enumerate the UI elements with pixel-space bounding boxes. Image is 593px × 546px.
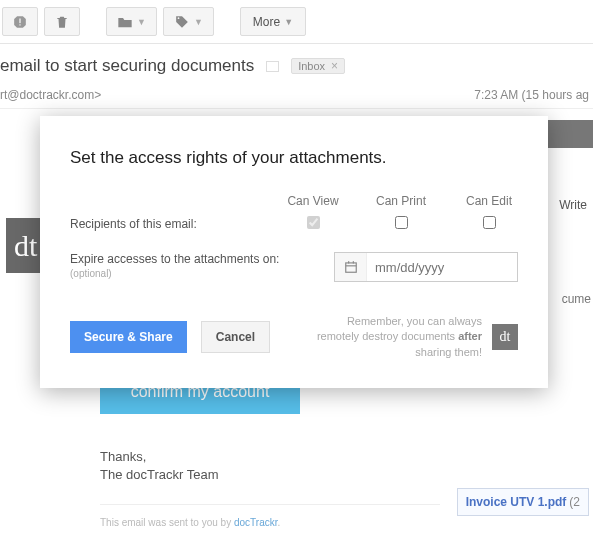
signature: Thanks, The docTrackr Team [100,448,440,484]
importance-icon[interactable] [266,61,279,72]
attachment-rest: (2 [569,495,580,509]
col-edit: Can Edit [460,194,518,208]
caret-down-icon: ▼ [137,17,146,27]
svg-rect-2 [19,24,20,25]
dt-logo: dt [6,218,42,273]
can-edit-checkbox[interactable] [483,216,496,229]
svg-rect-1 [19,18,20,23]
spam-button[interactable] [2,7,38,36]
labels-button[interactable]: ▼ [163,7,214,36]
recipients-row: Recipients of this email: [70,216,518,232]
thanks-line2: The docTrackr Team [100,466,440,484]
secure-share-button[interactable]: Secure & Share [70,321,187,353]
email-subject: email to start securing documents [0,56,254,76]
more-button[interactable]: More ▼ [240,7,306,36]
from-fragment: rt@doctrackr.com> [0,88,101,102]
expire-optional: (optional) [70,268,334,279]
expire-date-input-wrap[interactable] [334,252,518,282]
tag-icon [174,15,190,29]
folder-icon [117,15,133,29]
dt-small-logo: dt [492,324,518,350]
inbox-label-text: Inbox [298,60,325,72]
more-label: More [253,15,280,29]
attachment-filename: Invoice UTV 1.pdf [466,495,567,509]
calendar-icon[interactable] [335,253,367,281]
access-rights-modal: Set the access rights of your attachment… [40,116,548,388]
col-print: Can Print [372,194,430,208]
inbox-label[interactable]: Inbox × [291,58,345,74]
cancel-button[interactable]: Cancel [201,321,270,353]
time-fragment: 7:23 AM (15 hours ag [474,88,589,102]
svg-rect-6 [352,261,353,263]
expire-row: Expire accesses to the attachments on: (… [70,252,518,282]
svg-rect-5 [348,261,349,263]
remove-label-icon[interactable]: × [331,60,338,72]
recipients-label: Recipients of this email: [70,217,284,231]
can-print-checkbox[interactable] [395,216,408,229]
footer-note: This email was sent to you by docTrackr. [100,504,440,528]
email-body: confirm my account Thanks, The docTrackr… [100,370,440,528]
delete-button[interactable] [44,7,80,36]
permission-headers: Can View Can Print Can Edit [70,194,518,208]
address-row: rt@doctrackr.com> 7:23 AM (15 hours ag [0,88,593,109]
attachment-chip[interactable]: Invoice UTV 1.pdf (2 [457,488,589,516]
trash-icon [55,15,69,29]
col-view: Can View [284,194,342,208]
can-view-checkbox[interactable] [307,216,320,229]
remember-note: Remember, you can always remotely destro… [270,314,518,360]
caret-down-icon: ▼ [194,17,203,27]
spam-icon [13,15,27,29]
modal-title: Set the access rights of your attachment… [70,148,518,168]
expire-date-input[interactable] [367,253,517,281]
thanks-line1: Thanks, [100,448,440,466]
expire-label: Expire accesses to the attachments on: [70,252,334,266]
toolbar: ▼ ▼ More ▼ [0,0,593,44]
caret-down-icon: ▼ [284,17,293,27]
modal-footer: Secure & Share Cancel Remember, you can … [70,314,518,360]
footer-doctrackr-link[interactable]: docTrackr [234,517,278,528]
svg-rect-3 [345,263,356,272]
email-subject-row: email to start securing documents Inbox … [0,44,593,88]
move-to-button[interactable]: ▼ [106,7,157,36]
